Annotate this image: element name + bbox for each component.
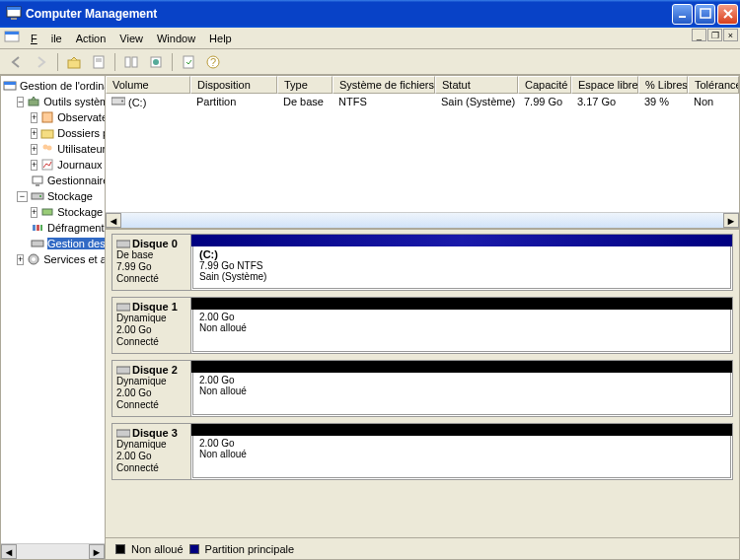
menu-action[interactable]: Action: [69, 30, 113, 47]
col-tol[interactable]: Tolérance: [688, 76, 739, 94]
volume-scrollbar[interactable]: ◄►: [106, 212, 739, 228]
svg-rect-4: [701, 9, 710, 18]
tree-defrag[interactable]: Défragmenteur de disque: [3, 220, 103, 236]
disk-header: Disque 3Dynamique2.00 GoConnecté: [112, 424, 191, 479]
close-button[interactable]: [717, 4, 738, 25]
disk-graphical-view: Disque 0De base7.99 GoConnecté(C:)7.99 G…: [106, 228, 739, 537]
forward-button[interactable]: [31, 51, 52, 73]
tree-removable[interactable]: +Stockage amovible: [3, 204, 103, 220]
partition-area[interactable]: 2.00 GoNon alloué: [191, 361, 732, 416]
properties-button[interactable]: [88, 51, 110, 73]
col-status[interactable]: Statut: [435, 76, 518, 94]
app-icon: [6, 6, 22, 22]
svg-rect-32: [37, 225, 39, 231]
show-hide-button[interactable]: [120, 51, 142, 73]
svg-rect-27: [36, 184, 39, 186]
maximize-button[interactable]: [695, 4, 715, 25]
volume-header: Volume Disposition Type Système de fichi…: [106, 76, 739, 94]
legend-unallocated-label: Non alloué: [131, 543, 184, 555]
disk-entry[interactable]: Disque 1Dynamique2.00 GoConnecté2.00 GoN…: [111, 297, 733, 354]
tree-disk-management[interactable]: Gestion des disques: [3, 236, 103, 251]
tree-event-viewer[interactable]: +Observateur d'événements: [3, 109, 103, 125]
legend-primary-swatch: [189, 544, 199, 554]
svg-rect-41: [116, 367, 130, 374]
col-volume[interactable]: Volume: [106, 76, 190, 94]
refresh-button[interactable]: [178, 51, 199, 73]
col-capacity[interactable]: Capacité: [518, 76, 571, 94]
up-button[interactable]: [63, 51, 85, 73]
menu-help[interactable]: Help: [202, 30, 239, 47]
tree-systools[interactable]: −Outils système: [3, 94, 103, 109]
volume-icon: [111, 96, 125, 108]
svg-rect-15: [184, 56, 193, 68]
svg-point-29: [39, 195, 41, 197]
legend-primary-label: Partition principale: [205, 543, 295, 555]
disk-icon: [116, 239, 130, 249]
window-title: Computer Management: [26, 7, 672, 21]
disk-header: Disque 1Dynamique2.00 GoConnecté: [112, 298, 191, 353]
svg-point-14: [153, 59, 159, 65]
tree-shared-folders[interactable]: +Dossiers partagés: [3, 125, 103, 141]
svg-rect-11: [125, 57, 130, 67]
mdi-restore-button[interactable]: ❐: [707, 29, 722, 41]
tree-users-groups[interactable]: +Utilisateurs et groupes locau: [3, 141, 103, 157]
svg-rect-8: [94, 56, 104, 68]
svg-rect-39: [116, 241, 130, 247]
nav-tree: Gestion de l'ordinateur (local) −Outils …: [0, 75, 106, 560]
col-pct[interactable]: % Libres: [638, 76, 688, 94]
partition-area[interactable]: 2.00 GoNon alloué: [191, 424, 732, 479]
disk-header: Disque 0De base7.99 GoConnecté: [112, 235, 191, 290]
svg-rect-7: [68, 60, 80, 68]
legend: Non alloué Partition principale: [106, 537, 739, 559]
mdi-close-button[interactable]: ×: [723, 29, 738, 41]
tree-scrollbar[interactable]: ◄►: [1, 543, 105, 559]
tree-root[interactable]: Gestion de l'ordinateur (local): [3, 78, 103, 94]
menu-file[interactable]: File: [24, 30, 69, 47]
svg-rect-2: [11, 18, 17, 20]
svg-rect-26: [33, 176, 42, 183]
menubar: File Action View Window Help _ ❐ ×: [0, 28, 740, 49]
svg-rect-31: [33, 225, 36, 231]
legend-unallocated-swatch: [115, 544, 125, 554]
svg-rect-12: [132, 57, 137, 67]
tree-services[interactable]: +Services et applications: [3, 251, 103, 267]
tree-device-manager[interactable]: Gestionnaire de périphériqu: [3, 173, 103, 188]
svg-text:?: ?: [210, 56, 216, 68]
titlebar: Computer Management: [0, 0, 740, 28]
col-free[interactable]: Espace libre: [571, 76, 638, 94]
menu-window[interactable]: Window: [150, 30, 202, 47]
svg-point-38: [121, 101, 123, 103]
partition-area[interactable]: (C:)7.99 Go NTFSSain (Système): [191, 235, 732, 290]
toolbar: ?: [0, 49, 740, 75]
col-fs[interactable]: Système de fichiers: [333, 76, 435, 94]
svg-rect-3: [679, 16, 686, 18]
svg-rect-34: [32, 241, 43, 246]
tree-storage[interactable]: −Stockage: [3, 188, 103, 204]
svg-rect-19: [4, 82, 16, 85]
svg-rect-21: [42, 112, 52, 122]
disk-icon: [116, 365, 130, 376]
disk-header: Disque 2Dynamique2.00 GoConnecté: [112, 361, 191, 416]
col-layout[interactable]: Disposition: [190, 76, 277, 94]
export-button[interactable]: [145, 51, 167, 73]
help-button[interactable]: ?: [202, 51, 224, 73]
back-button[interactable]: [6, 51, 28, 73]
disk-entry[interactable]: Disque 0De base7.99 GoConnecté(C:)7.99 G…: [111, 234, 733, 291]
menu-view[interactable]: View: [112, 30, 150, 47]
table-row[interactable]: (C:) Partition De base NTFS Sain (Systèm…: [106, 94, 739, 110]
partition-area[interactable]: 2.00 GoNon alloué: [191, 298, 732, 353]
svg-rect-40: [116, 304, 130, 311]
col-type[interactable]: Type: [277, 76, 333, 94]
svg-rect-1: [7, 7, 21, 10]
mdi-icon: [4, 31, 20, 46]
svg-rect-22: [41, 130, 53, 138]
mdi-minimize-button[interactable]: _: [692, 29, 706, 41]
disk-entry[interactable]: Disque 3Dynamique2.00 GoConnecté2.00 GoN…: [111, 423, 733, 480]
disk-icon: [116, 428, 130, 439]
svg-point-24: [47, 146, 52, 151]
minimize-button[interactable]: [672, 4, 693, 25]
tree-perf-logs[interactable]: +Journaux et alertes de perfo: [3, 157, 103, 173]
disk-entry[interactable]: Disque 2Dynamique2.00 GoConnecté2.00 GoN…: [111, 360, 733, 417]
svg-rect-42: [116, 430, 130, 437]
svg-rect-33: [40, 225, 42, 231]
